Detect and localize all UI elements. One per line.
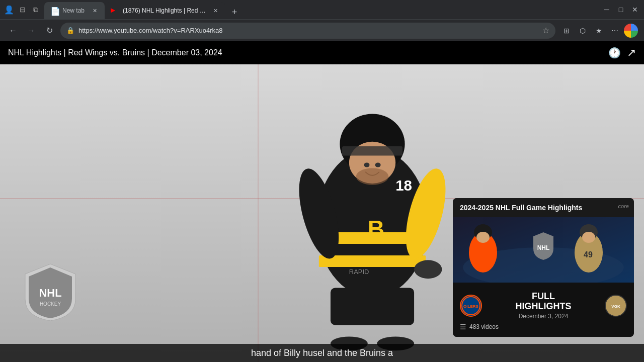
svg-text:NHL: NHL: [39, 287, 61, 299]
svg-point-24: [476, 232, 490, 243]
video-header: NHL Highlights | Red Wings vs. Bruins | …: [0, 41, 644, 64]
svg-point-17: [356, 168, 389, 185]
playlist-bottom: OILERS FULL HIGHLIGHTS December 3, 2024: [453, 283, 634, 337]
tab-new[interactable]: 📄 New tab ✕: [44, 2, 105, 19]
new-tab-button[interactable]: +: [227, 5, 242, 19]
tab-new-close[interactable]: ✕: [91, 7, 99, 15]
playlist-header: 2024-2025 NHL Full Game Highlights core: [453, 198, 634, 217]
profile-icon[interactable]: 👤: [4, 5, 14, 15]
maximize-button[interactable]: □: [616, 5, 626, 15]
url-text: https://www.youtube.com/watch?v=RARXuo4r…: [78, 27, 538, 34]
cast-button[interactable]: ⬡: [576, 24, 590, 38]
team-oilers-badge: OILERS: [460, 295, 482, 317]
close-button[interactable]: ✕: [630, 5, 640, 15]
page-content: NHL Highlights | Red Wings vs. Bruins | …: [0, 41, 644, 362]
playlist-date: December 3, 2024: [482, 313, 605, 320]
playlist-list-icon: ☰: [460, 323, 466, 331]
playlist-info-row: ☰ 483 videos: [460, 323, 627, 331]
svg-text:OILERS: OILERS: [463, 304, 478, 309]
new-window-icon[interactable]: ⧉: [31, 5, 40, 14]
more-menu-button[interactable]: ⋯: [608, 24, 622, 38]
playlist-center-text: FULL HIGHLIGHTS December 3, 2024: [482, 292, 605, 320]
svg-text:RAPID: RAPID: [349, 268, 369, 276]
svg-point-15: [364, 162, 369, 167]
forward-button[interactable]: →: [24, 24, 38, 38]
nhl-logo: NHL HOCKEY: [20, 261, 80, 322]
video-area[interactable]: B 18 RAPID: [0, 64, 644, 362]
tab-new-title: New tab: [62, 7, 87, 14]
playlist-label-1: FULL: [482, 292, 605, 302]
subtitle-bar: hand of Billy husel and the Bruins a: [0, 344, 644, 362]
svg-text:18: 18: [395, 177, 412, 194]
address-bar[interactable]: 🔒 https://www.youtube.com/watch?v=RARXuo…: [60, 23, 555, 39]
tab-grid-icon[interactable]: ⊟: [18, 5, 27, 14]
lock-icon: 🔒: [66, 27, 74, 34]
svg-text:HOCKEY: HOCKEY: [40, 301, 61, 307]
video-header-icons: 🕐 ↗: [608, 46, 636, 59]
tab-youtube-favicon: ▶: [111, 7, 119, 15]
tab-youtube[interactable]: ▶ (1876) NHL Highlights | Red Wing... ✕: [105, 2, 225, 19]
tab-youtube-title: (1876) NHL Highlights | Red Wing...: [123, 7, 207, 14]
svg-text:B: B: [368, 216, 384, 242]
window-buttons: ─ □ ✕: [602, 5, 640, 15]
playlist-title: 2024-2025 NHL Full Game Highlights: [460, 204, 582, 212]
playlist-videos-count: 483 videos: [469, 323, 499, 330]
playlist-label-2: HIGHLIGHTS: [482, 302, 605, 312]
extensions-button[interactable]: ⊞: [559, 24, 574, 38]
video-title: NHL Highlights | Red Wings vs. Bruins | …: [8, 48, 222, 57]
subtitle-text: hand of Billy husel and the Bruins a: [251, 348, 393, 358]
browser-frame: 👤 ⊟ ⧉ 📄 New tab ✕ ▶ (1876) NHL Highlight…: [0, 0, 644, 362]
toolbar: ← → ↻ 🔒 https://www.youtube.com/watch?v=…: [0, 19, 644, 41]
tabs-container: 📄 New tab ✕ ▶ (1876) NHL Highlights | Re…: [44, 0, 598, 19]
tab-youtube-close[interactable]: ✕: [211, 7, 219, 15]
svg-text:VGK: VGK: [611, 304, 620, 309]
svg-point-16: [375, 162, 381, 167]
svg-rect-10: [331, 288, 414, 325]
svg-text:49: 49: [584, 250, 593, 259]
back-button[interactable]: ←: [6, 24, 20, 38]
svg-point-28: [582, 232, 595, 243]
svg-rect-7: [342, 146, 403, 155]
bookmark-star-icon[interactable]: ☆: [542, 26, 549, 35]
svg-text:NHL: NHL: [537, 244, 550, 251]
history-icon[interactable]: 🕐: [608, 47, 621, 59]
team-row: OILERS FULL HIGHLIGHTS December 3, 2024: [460, 292, 627, 320]
playlist-brand: core: [618, 203, 629, 209]
share-icon[interactable]: ↗: [627, 46, 636, 59]
toolbar-icons: ⊞ ⬡ ★ ⋯: [559, 24, 638, 38]
svg-point-9: [414, 260, 442, 279]
team-golden-badge: VGK: [605, 295, 627, 317]
tab-new-favicon: 📄: [50, 7, 58, 15]
minimize-button[interactable]: ─: [602, 5, 612, 15]
refresh-button[interactable]: ↻: [42, 24, 56, 38]
video-background: B 18 RAPID: [0, 64, 644, 362]
profile-bookmarks-button[interactable]: ★: [592, 24, 606, 38]
chrome-profile-button[interactable]: [624, 24, 638, 38]
svg-rect-2: [319, 255, 426, 267]
title-bar: 👤 ⊟ ⧉ 📄 New tab ✕ ▶ (1876) NHL Highlight…: [0, 0, 644, 19]
playlist-card[interactable]: 2024-2025 NHL Full Game Highlights core: [453, 198, 634, 337]
playlist-thumbnail: NHL 49: [453, 217, 634, 283]
